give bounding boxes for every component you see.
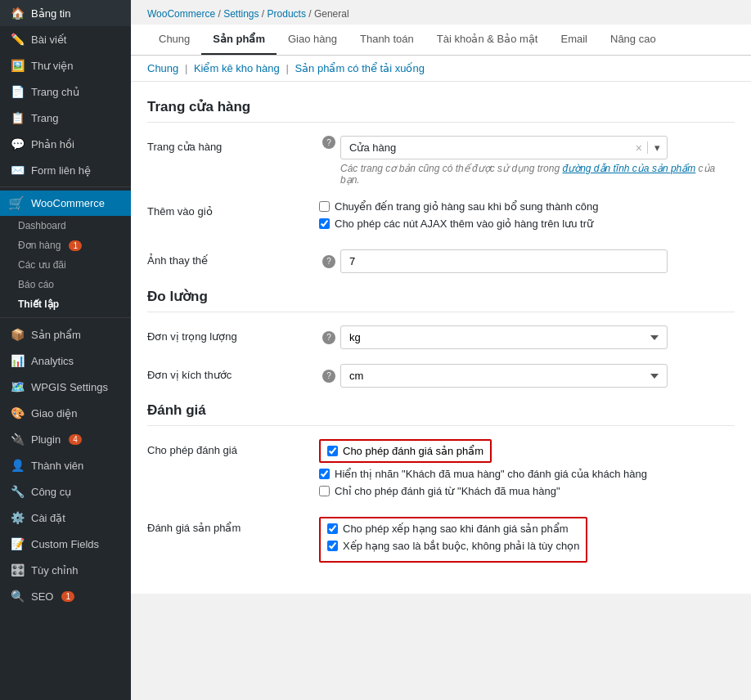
cb3-label: Cho phép đánh giá sản phẩm	[343, 445, 483, 457]
theme-icon: 🎨	[10, 406, 25, 420]
sidebar-item-bai-viet[interactable]: ✏️ Bài viết	[0, 26, 131, 52]
don-vi-kich-thuoc-help-icon[interactable]: ?	[322, 370, 335, 383]
sidebar-item-seo[interactable]: 🔍 SEO 1	[0, 583, 131, 609]
hint-link[interactable]: đường dẫn tĩnh của sản phẩm	[562, 163, 695, 174]
field-row-trang-cua-hang: Trang cửa hàng ? Cửa hàng × ▾ Các trang …	[147, 136, 735, 186]
sidebar-item-trang[interactable]: 📋 Trang	[0, 105, 131, 131]
checkbox-row-cb4: Hiển thị nhãn "Khách đã mua hàng" cho đá…	[319, 468, 735, 480]
sidebar-item-tuy-chinh[interactable]: 🎛️ Tùy chỉnh	[0, 557, 131, 583]
sidebar-item-wpgis[interactable]: 🗺️ WPGIS Settings	[0, 374, 131, 400]
cb7-checkbox[interactable]	[327, 541, 338, 551]
trang-cua-hang-select[interactable]: Cửa hàng × ▾	[340, 136, 668, 159]
seo-icon: 🔍	[10, 590, 25, 603]
sidebar-item-san-pham[interactable]: 📦 Sản phẩm	[0, 321, 131, 348]
sidebar-sub-dashboard[interactable]: Dashboard	[0, 216, 131, 236]
sidebar-item-giao-dien[interactable]: 🎨 Giao diện	[0, 400, 131, 426]
breadcrumb-woocommerce[interactable]: WooCommerce	[147, 8, 215, 20]
don-vi-trong-luong-select[interactable]: kg g lbs oz	[340, 325, 668, 349]
sidebar-item-bang-tin[interactable]: 🏠 Bảng tin	[0, 0, 131, 26]
sidebar-item-custom-fields[interactable]: 📝 Custom Fields	[0, 531, 131, 557]
sidebar-item-analytics[interactable]: 📊 Analytics	[0, 348, 131, 374]
divider-2	[0, 317, 131, 318]
tab-nang-cao[interactable]: Nâng cao	[599, 25, 668, 55]
field-row-don-vi-trong-luong: Đơn vị trọng lượng ? kg g lbs oz	[147, 325, 735, 349]
don-hang-badge: 1	[69, 240, 82, 251]
trang-cua-hang-help-icon[interactable]: ?	[322, 136, 335, 149]
sidebar-sub-cac-uu-dai[interactable]: Các ưu đãi	[0, 255, 131, 275]
checkbox-row-cb7: Xếp hạng sao là bắt buộc, không phải là …	[327, 540, 579, 552]
sidebar-sub-bao-cao[interactable]: Báo cáo	[0, 275, 131, 294]
map-icon: 🗺️	[10, 380, 25, 393]
sidebar-item-thanh-vien[interactable]: 👤 Thành viên	[0, 452, 131, 478]
user-icon: 👤	[10, 459, 25, 472]
cb5-checkbox[interactable]	[319, 486, 330, 496]
breadcrumb-products[interactable]: Products	[268, 8, 306, 20]
don-vi-kich-thuoc-select[interactable]: cm m mm in yd	[340, 364, 668, 388]
cb3-checkbox[interactable]	[327, 446, 338, 456]
tab-giao-hang[interactable]: Giao hàng	[277, 25, 349, 55]
divider-1	[0, 186, 131, 187]
tabs-bar: Chung Sản phẩm Giao hàng Thanh toán Tài …	[131, 25, 751, 56]
don-vi-trong-luong-label: Đơn vị trọng lượng	[147, 330, 237, 343]
don-vi-trong-luong-help-icon[interactable]: ?	[322, 331, 335, 344]
don-vi-kich-thuoc-label: Đơn vị kích thước	[147, 369, 232, 381]
cb4-checkbox[interactable]	[319, 469, 330, 479]
field-row-danh-gia-san-pham: Đánh giá sản phẩm Cho phép xếp hạng sao …	[147, 517, 735, 563]
cb2-label: Cho phép các nút AJAX thêm vào giỏ hàng …	[335, 218, 593, 230]
analytics-icon: 📊	[10, 354, 25, 367]
trang-cua-hang-value: Cửa hàng	[341, 137, 631, 159]
checkbox-row-cb5: Chỉ cho phép đánh giá từ "Khách đã mua h…	[319, 485, 735, 497]
sidebar-item-phan-hoi[interactable]: 💬 Phản hồi	[0, 131, 131, 157]
tab-email[interactable]: Email	[549, 25, 599, 55]
them-vao-gio-control: Chuyển đến trang giỏ hàng sau khi bổ sun…	[319, 200, 735, 235]
tools-icon: 🔧	[10, 485, 25, 498]
tab-tai-khoan-bao-mat[interactable]: Tài khoản & Bảo mật	[425, 25, 550, 55]
highlighted-cb3-box: Cho phép đánh giá sản phẩm	[319, 439, 492, 463]
tab-san-pham[interactable]: Sản phẩm	[201, 25, 277, 55]
tab-thanh-toan[interactable]: Thanh toán	[349, 25, 425, 55]
tab-chung[interactable]: Chung	[147, 25, 201, 55]
section-title-trang-cua-hang: Trang cửa hàng	[147, 98, 735, 123]
danh-gia-san-pham-label: Đánh giá sản phẩm	[147, 522, 241, 534]
subnav-kiem-ke[interactable]: Kiểm kê kho hàng	[194, 62, 280, 74]
sidebar-item-thu-vien[interactable]: 🖼️ Thư viện	[0, 52, 131, 79]
danh-gia-san-pham-control: Cho phép xếp hạng sao khi đánh giá sản p…	[319, 517, 735, 563]
woo-icon: 🛒	[8, 195, 25, 211]
sidebar-sub-don-hang[interactable]: Đơn hàng 1	[0, 236, 131, 255]
sidebar-item-cai-dat[interactable]: ⚙️ Cài đặt	[0, 505, 131, 531]
sidebar-item-cong-cu[interactable]: 🔧 Công cụ	[0, 478, 131, 505]
sidebar-item-form-lien-he[interactable]: ✉️ Form liên hệ	[0, 157, 131, 183]
section-title-danh-gia: Đánh giá	[147, 402, 735, 426]
breadcrumb-settings[interactable]: Settings	[223, 8, 259, 20]
media-icon: 🖼️	[10, 59, 25, 72]
cb6-checkbox[interactable]	[327, 523, 338, 534]
subnav-chung[interactable]: Chung	[147, 62, 178, 74]
seo-badge: 1	[61, 591, 74, 602]
cb1-label: Chuyển đến trang giỏ hàng sau khi bổ sun…	[335, 200, 599, 213]
sub-nav: Chung | Kiểm kê kho hàng | Sản phẩm có t…	[131, 56, 751, 82]
cho-phep-danh-gia-label: Cho phép đánh giá	[147, 444, 237, 456]
comment-icon: 💬	[10, 137, 25, 150]
sidebar-item-trang-chu[interactable]: 📄 Trang chủ	[0, 79, 131, 105]
trang-cua-hang-label: Trang cửa hàng	[147, 141, 222, 153]
select-clear-icon[interactable]: ×	[631, 141, 647, 155]
checkbox-row-cb6: Cho phép xếp hạng sao khi đánh giá sản p…	[327, 523, 579, 535]
sidebar: 🏠 Bảng tin ✏️ Bài viết 🖼️ Thư viện 📄 Tra…	[0, 0, 131, 700]
sidebar-item-plugin[interactable]: 🔌 Plugin 4	[0, 426, 131, 452]
cb5-label: Chỉ cho phép đánh giá từ "Khách đã mua h…	[335, 485, 560, 497]
field-row-anh-thay-the: Ảnh thay thế ?	[147, 249, 735, 273]
cb6-label: Cho phép xếp hạng sao khi đánh giá sản p…	[343, 523, 569, 535]
anh-thay-the-help-icon[interactable]: ?	[322, 255, 335, 268]
select-arrow-icon[interactable]: ▾	[647, 141, 667, 154]
home-icon: 🏠	[10, 7, 25, 20]
highlighted-danh-gia-box: Cho phép xếp hạng sao khi đánh giá sản p…	[319, 517, 587, 563]
sidebar-item-woocommerce[interactable]: 🛒 WooCommerce	[0, 191, 131, 216]
edit-icon: ✏️	[10, 33, 25, 46]
cb1-checkbox[interactable]	[319, 201, 330, 212]
page-icon: 📄	[10, 85, 25, 98]
anh-thay-the-input[interactable]	[340, 249, 668, 273]
sidebar-sub-thiet-lap[interactable]: Thiết lập	[0, 294, 131, 314]
cb2-checkbox[interactable]	[319, 218, 330, 229]
subnav-tai-xuong[interactable]: Sản phẩm có thể tải xuống	[295, 62, 425, 74]
section-title-do-luong: Đo lường	[147, 288, 735, 312]
